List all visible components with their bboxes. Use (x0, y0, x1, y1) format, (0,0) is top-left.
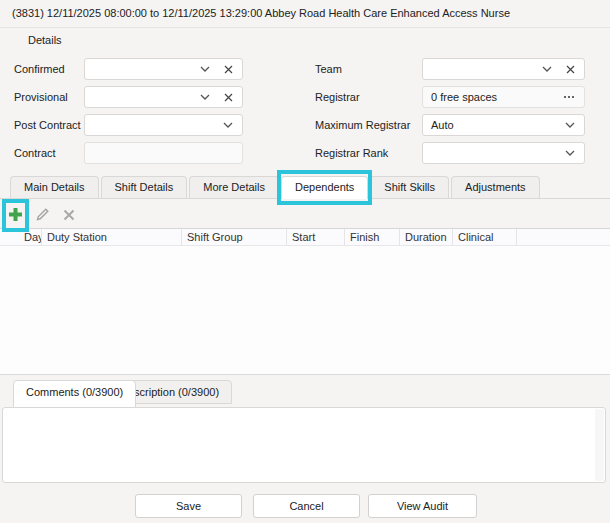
team-label: Team (315, 63, 342, 75)
main-tabstrip: Main Details Shift Details More Details … (10, 176, 542, 199)
registrar-value: 0 free spaces (423, 91, 563, 103)
grid-header-row: Day Duty Station Shift Group Start Finis… (0, 228, 610, 246)
tab-shift-details[interactable]: Shift Details (101, 176, 188, 198)
view-audit-button[interactable]: View Audit (368, 494, 477, 518)
chevron-down-icon[interactable] (223, 122, 233, 128)
chevron-down-icon[interactable] (542, 66, 552, 72)
cancel-button[interactable]: Cancel (253, 494, 360, 518)
column-header-empty (517, 229, 610, 245)
dependents-grid-body[interactable] (0, 246, 610, 375)
clear-icon[interactable] (566, 65, 575, 74)
tab-shift-skills[interactable]: Shift Skills (370, 176, 449, 198)
contract-field[interactable] (84, 142, 243, 164)
window-title: (3831) 12/11/2025 08:00:00 to 12/11/2025… (12, 7, 510, 19)
registrar-rank-label: Registrar Rank (315, 147, 388, 159)
comments-textarea[interactable] (2, 407, 606, 483)
post-contract-label: Post Contract (14, 119, 81, 131)
provisional-label: Provisional (14, 91, 68, 103)
title-divider (0, 27, 610, 28)
column-header-day[interactable]: Day (0, 229, 42, 245)
tab-more-details[interactable]: More Details (189, 176, 279, 198)
team-combobox[interactable] (422, 58, 585, 80)
chevron-down-icon[interactable] (565, 122, 575, 128)
column-header-duty-station[interactable]: Duty Station (42, 229, 182, 245)
tab-main-details[interactable]: Main Details (10, 176, 99, 198)
ellipsis-icon[interactable] (563, 95, 575, 99)
add-icon[interactable] (7, 206, 23, 222)
maximum-registrar-combobox[interactable]: Auto (422, 114, 585, 136)
tab-comments[interactable]: Comments (0/3900) (13, 380, 136, 408)
comments-scrollbar[interactable] (595, 409, 604, 481)
post-contract-combobox[interactable] (84, 114, 243, 136)
maximum-registrar-value: Auto (423, 119, 565, 131)
chevron-down-icon[interactable] (200, 94, 210, 100)
save-button[interactable]: Save (135, 494, 242, 518)
edit-pencil-icon[interactable] (35, 206, 51, 222)
confirmed-combobox[interactable] (84, 58, 243, 80)
column-header-duration[interactable]: Duration (400, 229, 453, 245)
tab-adjustments[interactable]: Adjustments (451, 176, 540, 198)
chevron-down-icon[interactable] (200, 66, 210, 72)
registrar-label: Registrar (315, 91, 360, 103)
details-section-label: Details (28, 34, 62, 46)
provisional-combobox[interactable] (84, 86, 243, 108)
tab-dependents-label: Dependents (295, 181, 354, 193)
column-header-shift-group[interactable]: Shift Group (182, 229, 287, 245)
column-header-finish[interactable]: Finish (345, 229, 400, 245)
tab-dependents[interactable]: Dependents (281, 176, 368, 199)
registrar-rank-combobox[interactable] (422, 142, 585, 164)
chevron-down-icon[interactable] (565, 150, 575, 156)
registrar-field[interactable]: 0 free spaces (422, 86, 585, 108)
clear-icon[interactable] (224, 65, 233, 74)
contract-label: Contract (14, 147, 56, 159)
clear-icon[interactable] (224, 93, 233, 102)
maximum-registrar-label: Maximum Registrar (315, 119, 410, 131)
shift-details-window: { "window": { "title": "(3831) 12/11/202… (0, 0, 610, 523)
delete-x-icon[interactable] (61, 207, 77, 223)
column-header-start[interactable]: Start (287, 229, 345, 245)
column-header-clinical[interactable]: Clinical (453, 229, 517, 245)
confirmed-label: Confirmed (14, 63, 65, 75)
